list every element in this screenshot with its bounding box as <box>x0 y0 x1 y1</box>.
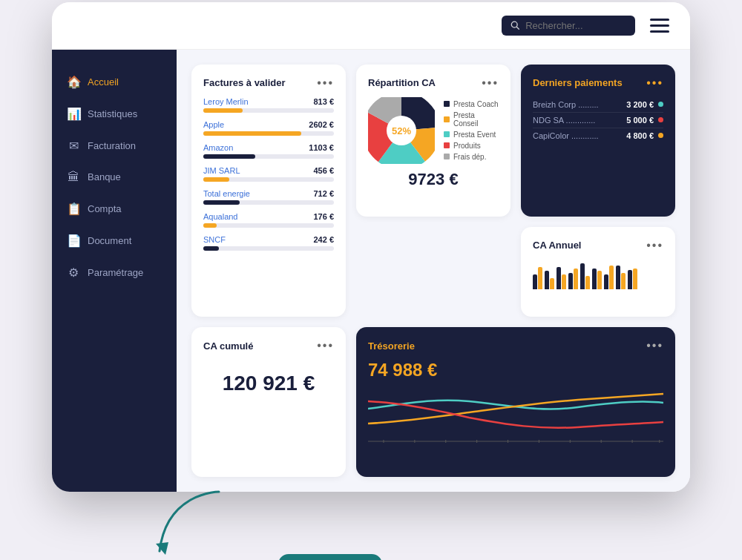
paiement-row: NDG SA ............. 5 000 € <box>533 113 663 128</box>
legend-label: Presta Conseil <box>453 111 499 128</box>
paiement-amount: 4 800 € <box>626 131 654 140</box>
app-frame: 🏠 Accueil 📊 Statistiques ✉ Facturation 🏛… <box>52 2 690 492</box>
facture-amount: 176 € <box>313 212 334 221</box>
main-layout: 🏠 Accueil 📊 Statistiques ✉ Facturation 🏛… <box>52 50 690 492</box>
facture-name: SNCF <box>203 235 226 244</box>
paiement-name: Breizh Corp ......... <box>533 100 599 109</box>
sidebar-item-parametrage[interactable]: ⚙ Paramétrage <box>52 258 177 287</box>
paiement-amount-row: 3 200 € <box>626 100 663 109</box>
sidebar-label-banque: Banque <box>88 171 121 182</box>
bar-dark <box>592 269 597 289</box>
facture-bar-container <box>203 223 334 228</box>
facture-amount: 813 € <box>313 97 334 106</box>
facture-bar <box>203 154 255 159</box>
factures-menu-button[interactable]: ••• <box>317 76 334 90</box>
tresorerie-chart <box>368 386 663 446</box>
paiement-name: CapiColor ............ <box>533 131 599 140</box>
repartition-header: Répartition CA ••• <box>368 76 499 90</box>
sidebar-item-document[interactable]: 📄 Document <box>52 226 177 255</box>
ca-annuel-menu-button[interactable]: ••• <box>646 239 663 252</box>
legend-item: Frais dép. <box>444 153 499 161</box>
paiement-name: NDG SA ............. <box>533 116 595 125</box>
legend-label: Frais dép. <box>453 153 486 161</box>
svg-marker-19 <box>156 542 168 555</box>
tresorerie-amount: 74 988 € <box>368 360 663 381</box>
bar-yellow <box>621 273 626 289</box>
pie-area: 52% Presta Coach Presta Conseil Presta E… <box>368 97 499 164</box>
ca-cumule-amount: 120 921 € <box>203 360 334 407</box>
bar-group <box>545 271 554 289</box>
facture-bar <box>203 131 301 136</box>
factures-header: Factures à valider ••• <box>203 76 334 90</box>
clipboard-icon: 📋 <box>67 202 80 216</box>
content-area: Factures à valider ••• Leroy Merlin 813 … <box>177 50 690 492</box>
facture-name: Aqualand <box>203 212 238 221</box>
ca-annuel-card: CA Annuel ••• <box>521 227 675 317</box>
factures-title: Factures à valider <box>203 77 286 88</box>
facture-row: Total energie 712 € <box>203 189 334 205</box>
chart-icon: 📊 <box>67 107 80 121</box>
svg-line-1 <box>516 27 519 29</box>
bar-yellow <box>562 274 566 289</box>
search-icon <box>510 20 519 30</box>
coach-arrow <box>152 484 241 559</box>
bar-group <box>616 266 626 289</box>
sidebar-item-banque[interactable]: 🏛 Banque <box>52 163 177 191</box>
facture-bar-container <box>203 108 334 113</box>
legend-dot <box>444 142 450 148</box>
tresorerie-header: Trésorerie ••• <box>368 339 663 352</box>
facture-amount: 712 € <box>313 189 334 198</box>
bank-icon: 🏛 <box>67 171 80 184</box>
paiement-dot <box>658 117 663 122</box>
facture-bar-container <box>203 200 334 205</box>
sidebar-item-accueil[interactable]: 🏠 Accueil <box>52 67 177 96</box>
paiement-dot <box>658 133 663 138</box>
search-bar[interactable] <box>502 16 635 36</box>
bar-dark <box>628 270 632 289</box>
ca-cumule-header: CA cumulé ••• <box>203 339 334 352</box>
facture-row: Aqualand 176 € <box>203 212 334 228</box>
ca-cumule-menu-button[interactable]: ••• <box>317 339 334 352</box>
facture-name: Apple <box>203 120 224 129</box>
repartition-total: 9723 € <box>368 170 499 189</box>
bar-group <box>556 267 566 289</box>
facture-row: Leroy Merlin 813 € <box>203 97 334 113</box>
facture-name: Leroy Merlin <box>203 97 249 106</box>
legend-dot <box>444 101 450 107</box>
repartition-menu-button[interactable]: ••• <box>482 76 499 90</box>
bar-yellow <box>538 267 542 289</box>
menu-button[interactable] <box>647 16 672 36</box>
paiements-menu-button[interactable]: ••• <box>646 76 663 90</box>
bar-dark <box>556 267 561 289</box>
factures-card: Factures à valider ••• Leroy Merlin 813 … <box>191 65 346 317</box>
sidebar-item-compta[interactable]: 📋 Compta <box>52 194 177 223</box>
sidebar-label-compta: Compta <box>88 203 122 214</box>
facture-name: JIM SARL <box>203 166 240 175</box>
bar-group <box>592 269 602 289</box>
bar-yellow <box>609 266 614 289</box>
tresorerie-menu-button[interactable]: ••• <box>646 339 663 352</box>
legend-label: Presta Coach <box>453 100 499 108</box>
sidebar-item-facturation[interactable]: ✉ Facturation <box>52 131 177 160</box>
paiement-row: CapiColor ............ 4 800 € <box>533 128 663 143</box>
bar-dark <box>533 274 537 289</box>
facture-row: JIM SARL 456 € <box>203 166 334 182</box>
facture-row: Apple 2602 € <box>203 120 334 136</box>
bar-group <box>604 266 614 289</box>
facture-bar <box>203 108 243 113</box>
coach-bubble: Compta collaborative 👩 👩 👨 <box>278 554 382 560</box>
facture-bar-container <box>203 131 334 136</box>
facture-name: Amazon <box>203 143 233 152</box>
facture-bar-container <box>203 177 334 182</box>
bar-yellow <box>633 269 637 289</box>
bar-yellow <box>597 271 602 289</box>
search-input[interactable] <box>525 20 626 31</box>
facture-bar-container <box>203 246 334 251</box>
sidebar-item-statistiques[interactable]: 📊 Statistiques <box>52 99 177 128</box>
legend-item: Produits <box>444 142 499 150</box>
paiements-list: Breizh Corp ......... 3 200 € NDG SA ...… <box>533 97 663 143</box>
legend-dot <box>444 154 450 159</box>
paiement-amount-row: 4 800 € <box>626 131 663 140</box>
bar-dark <box>580 263 585 289</box>
legend-item: Presta Event <box>444 131 499 139</box>
